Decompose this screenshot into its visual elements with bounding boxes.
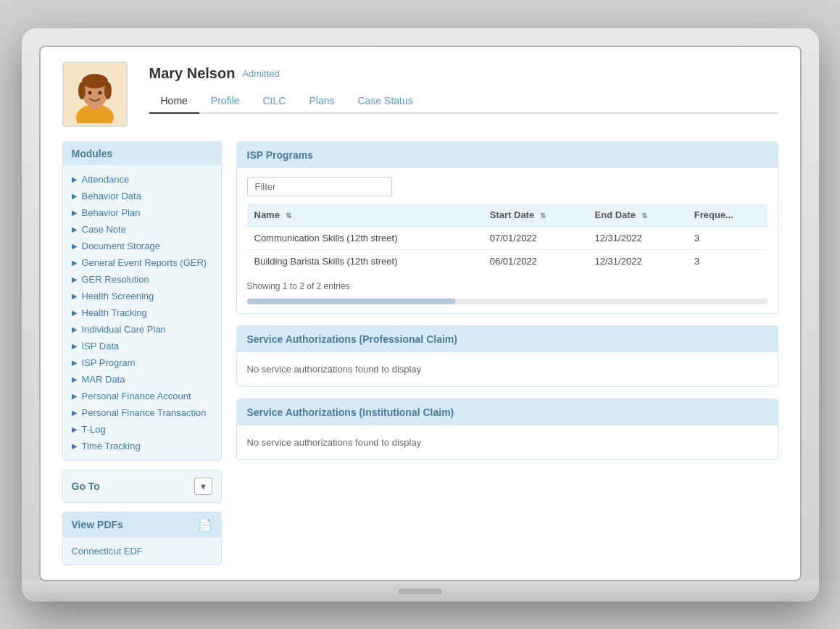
module-isp-program[interactable]: ▶ ISP Program (63, 354, 221, 371)
col-frequency: Freque... (687, 204, 768, 227)
tab-plans[interactable]: Plans (297, 89, 346, 114)
arrow-icon: ▶ (72, 375, 78, 383)
module-ger-resolution[interactable]: ▶ GER Resolution (63, 271, 221, 288)
avatar (62, 62, 128, 127)
scroll-bar[interactable] (247, 299, 768, 304)
svg-point-6 (104, 82, 112, 99)
module-label: Case Note (82, 224, 126, 235)
showing-text: Showing 1 to 2 of 2 entries (247, 278, 768, 294)
service-auth-professional-header: Service Authorizations (Professional Cla… (237, 326, 778, 352)
view-pdfs-label: View PDFs (72, 519, 123, 530)
col-start-date: Start Date ⇅ (483, 204, 588, 227)
module-ger[interactable]: ▶ General Event Reports (GER) (63, 254, 221, 271)
isp-programs-body: Name ⇅ Start Date ⇅ End Date ⇅ (237, 168, 778, 313)
arrow-icon: ▶ (72, 275, 78, 283)
service-auth-institutional-section: Service Authorizations (Institutional Cl… (236, 399, 778, 460)
arrow-icon: ▶ (72, 225, 78, 233)
arrow-icon: ▶ (72, 325, 78, 333)
cell-name: Building Barista Skills (12th street) (247, 249, 483, 272)
header-area: Mary Nelson Admitted Home Profile CtLC P… (62, 62, 778, 127)
tab-home[interactable]: Home (149, 89, 199, 114)
screen: Mary Nelson Admitted Home Profile CtLC P… (39, 46, 802, 581)
col-end-date: End Date ⇅ (588, 204, 687, 227)
laptop-bottom (22, 581, 819, 601)
service-auth-institutional-header: Service Authorizations (Institutional Cl… (237, 399, 778, 425)
service-auth-professional-body: No service authorizations found to displ… (237, 352, 778, 386)
sidebar: Modules ▶ Attendance ▶ Behavior Data (62, 141, 222, 565)
view-pdfs-header: View PDFs 📄 (63, 512, 221, 538)
module-label: MAR Data (82, 374, 125, 385)
module-label: General Event Reports (GER) (82, 257, 207, 268)
content-area: ISP Programs Name ⇅ (236, 141, 778, 565)
isp-programs-section: ISP Programs Name ⇅ (236, 141, 778, 314)
service-auth-professional-section: Service Authorizations (Professional Cla… (236, 325, 778, 387)
module-health-screening[interactable]: ▶ Health Screening (63, 288, 221, 304)
cell-end-date: 12/31/2022 (588, 226, 687, 249)
view-pdfs-list: Connecticut EDF (63, 538, 221, 565)
module-mar-data[interactable]: ▶ MAR Data (63, 371, 221, 388)
cell-frequency: 3 (687, 226, 768, 249)
no-data-institutional: No service authorizations found to displ… (247, 434, 768, 451)
module-label: ISP Program (82, 357, 136, 368)
arrow-icon: ▶ (72, 292, 78, 300)
arrow-icon: ▶ (72, 309, 78, 317)
svg-point-7 (88, 91, 91, 94)
table-row: Building Barista Skills (12th street) 06… (247, 249, 768, 272)
cell-end-date: 12/31/2022 (588, 249, 687, 272)
module-label: Behavior Data (82, 191, 141, 201)
status-badge: Admitted (242, 68, 279, 79)
cell-start-date: 06/01/2022 (483, 249, 588, 272)
module-label: GER Resolution (82, 274, 149, 285)
module-tlog[interactable]: ▶ T-Log (63, 421, 221, 438)
laptop-frame: Mary Nelson Admitted Home Profile CtLC P… (22, 28, 819, 601)
sort-icon[interactable]: ⇅ (540, 212, 546, 220)
module-label: Attendance (82, 174, 130, 185)
header-info: Mary Nelson Admitted Home Profile CtLC P… (149, 62, 778, 114)
arrow-icon: ▶ (72, 209, 78, 217)
module-behavior-data[interactable]: ▶ Behavior Data (63, 188, 221, 204)
module-isp-data[interactable]: ▶ ISP Data (63, 338, 221, 354)
pdf-icon: 📄 (198, 518, 212, 532)
cell-name: Communication Skills (12th street) (247, 226, 483, 249)
modules-section: Modules ▶ Attendance ▶ Behavior Data (62, 141, 222, 461)
main-layout: Modules ▶ Attendance ▶ Behavior Data (62, 141, 778, 565)
module-case-note[interactable]: ▶ Case Note (63, 221, 221, 238)
arrow-icon: ▶ (72, 442, 78, 450)
nav-tabs: Home Profile CtLC Plans Case Status (149, 89, 778, 114)
module-label: Personal Finance Transaction (82, 407, 207, 418)
arrow-icon: ▶ (72, 175, 78, 183)
tab-case-status[interactable]: Case Status (346, 89, 424, 114)
table-row: Communication Skills (12th street) 07/01… (247, 226, 768, 249)
module-time-tracking[interactable]: ▶ Time Tracking (63, 438, 221, 454)
arrow-icon: ▶ (72, 392, 78, 400)
no-data-professional: No service authorizations found to displ… (247, 361, 768, 378)
tab-ctlc[interactable]: CtLC (251, 89, 298, 114)
arrow-icon: ▶ (72, 359, 78, 367)
patient-name: Mary Nelson (149, 65, 236, 82)
svg-point-4 (82, 74, 108, 88)
laptop-notch (399, 588, 442, 594)
module-individual-care-plan[interactable]: ▶ Individual Care Plan (63, 321, 221, 338)
service-auth-institutional-body: No service authorizations found to displ… (237, 425, 778, 459)
module-label: Document Storage (82, 241, 160, 251)
module-label: Health Screening (82, 291, 154, 301)
module-document-storage[interactable]: ▶ Document Storage (63, 238, 221, 254)
filter-input[interactable] (247, 177, 392, 196)
view-pdfs-section: View PDFs 📄 Connecticut EDF (62, 512, 222, 565)
tab-profile[interactable]: Profile (199, 89, 251, 114)
sort-icon[interactable]: ⇅ (641, 212, 647, 220)
module-pf-account[interactable]: ▶ Personal Finance Account (63, 388, 221, 404)
module-label: Behavior Plan (82, 207, 141, 218)
module-health-tracking[interactable]: ▶ Health Tracking (63, 304, 221, 321)
pdf-item-connecticut-edf[interactable]: Connecticut EDF (63, 542, 221, 560)
module-label: Health Tracking (82, 307, 147, 318)
sort-icon[interactable]: ⇅ (286, 212, 291, 220)
arrow-icon: ▶ (72, 242, 78, 250)
module-attendance[interactable]: ▶ Attendance (63, 171, 221, 188)
module-label: Personal Finance Account (82, 391, 191, 401)
arrow-icon: ▶ (72, 425, 78, 433)
module-behavior-plan[interactable]: ▶ Behavior Plan (63, 204, 221, 221)
module-pf-transaction[interactable]: ▶ Personal Finance Transaction (63, 404, 221, 421)
go-to-dropdown[interactable]: ▾ (194, 478, 212, 495)
cell-frequency: 3 (687, 249, 768, 272)
